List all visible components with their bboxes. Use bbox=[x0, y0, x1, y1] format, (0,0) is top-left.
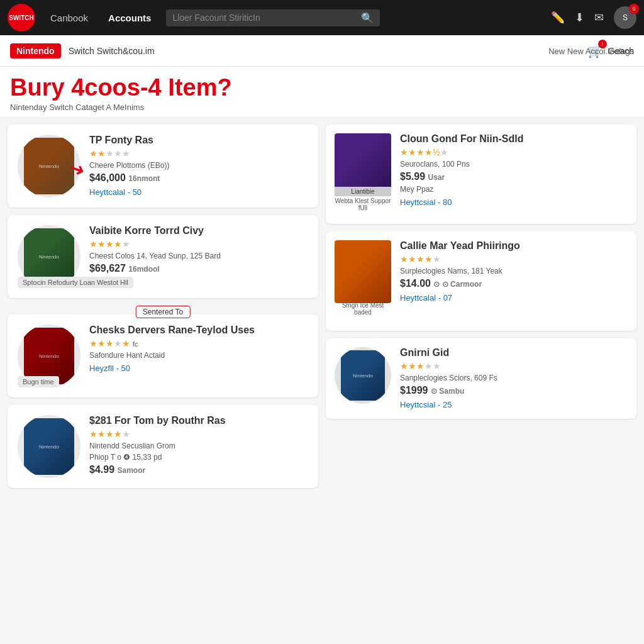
product-card-p1: Nintendo TP Fonty Ras ★★★★★ Cheere Plott… bbox=[8, 125, 318, 208]
product-card-r1: Liantibie Webta Klest Suppor fUll Cloun … bbox=[326, 125, 636, 224]
stars-r1: ★★★★½★ bbox=[400, 147, 628, 157]
product-title-p3: Chesks Dervers Rane-Teylod Uses bbox=[89, 325, 308, 336]
download-icon[interactable]: ⬇ bbox=[575, 11, 584, 25]
search-bar[interactable]: 🔍 bbox=[166, 9, 380, 26]
product-info-r1: Cloun Gond For Niin-Sdld ★★★★½★ Seurocla… bbox=[400, 133, 628, 215]
product-image-r1: Liantibie bbox=[335, 133, 391, 196]
new-accounts-link: New New Accoi.Icofags bbox=[548, 46, 634, 55]
right-column: Liantibie Webta Klest Suppor fUll Cloun … bbox=[326, 125, 636, 488]
avatar-badge: 9 bbox=[629, 4, 639, 14]
content-area: Nintendo TP Fonty Ras ★★★★★ Cheere Plott… bbox=[0, 117, 644, 496]
product-card-p2: Nintendo Vaibite Korre Torrd Civy ★★★★★ … bbox=[8, 215, 318, 298]
stars-r3: ★★★★★ bbox=[400, 361, 628, 371]
product-title-p4: $281 For Tom by Routhr Ras bbox=[89, 415, 308, 426]
product-title-p1: TP Fonty Ras bbox=[89, 135, 308, 146]
label-badge-p3: Bugn time bbox=[18, 376, 59, 387]
product-image-p4: Nintendo ✓ bbox=[18, 415, 80, 478]
nav-canbook[interactable]: Canbook bbox=[45, 13, 93, 23]
user-avatar[interactable]: S 9 bbox=[614, 6, 636, 29]
search-icon[interactable]: 🔍 bbox=[361, 12, 374, 24]
product-image-circle-r3: Nintendo bbox=[335, 347, 391, 404]
product-info-p4: $281 For Tom by Routhr Ras ★★★★★ Nintend… bbox=[89, 415, 308, 478]
logo-text: SWITCH bbox=[9, 14, 33, 21]
smgn-text-r2: Smgn Ice Mest baded bbox=[335, 302, 391, 316]
hey-link-r2[interactable]: Heyttcalal - 07 bbox=[400, 293, 452, 303]
right-image-wrap-r1: Liantibie Webta Klest Suppor fUll bbox=[335, 133, 391, 196]
page-subtitle: Nintenday Switch Cataget A MeInims bbox=[10, 103, 634, 112]
product-price-p2: $69,627 16mdool bbox=[89, 263, 308, 274]
sub-nav: Nintendo Switch Switch&cou.im 🛒! Geach N… bbox=[0, 35, 644, 67]
hey-link-r3[interactable]: Heyttcsial - 25 bbox=[400, 400, 452, 409]
product-price-p1: $46,000 16nmont bbox=[89, 172, 308, 184]
page-title: Bury 4coos-4 Item? bbox=[10, 74, 634, 101]
stars-p3: ★★★★★ fc bbox=[89, 338, 308, 348]
product-card-r3: Nintendo Gnirni Gid ★★★★★ Sanpleclogies … bbox=[326, 338, 636, 419]
green-check-p4: ✓ bbox=[72, 469, 80, 478]
avatar-label: S bbox=[623, 13, 628, 22]
centered-tag: Sentered To bbox=[136, 306, 191, 318]
product-meta2-p4: Phiop T o ❹ 15,33 pd bbox=[89, 453, 308, 462]
nav-accounts[interactable]: Accounts bbox=[103, 13, 156, 23]
search-input[interactable] bbox=[172, 13, 361, 23]
product-card-p4: Nintendo ✓ $281 For Tom by Routhr Ras ★★… bbox=[8, 405, 318, 488]
stars-p1: ★★★★★ bbox=[89, 148, 308, 158]
product-info-p1: TP Fonty Ras ★★★★★ Cheere Plottoms (EBo)… bbox=[89, 135, 308, 197]
page-header: Bury 4coos-4 Item? Nintenday Switch Cata… bbox=[0, 67, 644, 117]
game-box-p4: Nintendo bbox=[24, 418, 74, 475]
product-title-r2: Callie Mar Yead Phiiringo bbox=[400, 240, 628, 252]
product-meta2-r1: Mey Ppaz bbox=[400, 185, 628, 194]
sub-nav-text: Switch Switch&cou.im bbox=[69, 46, 155, 56]
product-card-p3: Sentered To Nintendo Chesks Dervers Rane… bbox=[8, 314, 318, 397]
product-meta-r3: Sanpleclogies Sciors, 609 Fs bbox=[400, 374, 628, 382]
right-image-wrap-r2: Smgn Ice Mest baded bbox=[335, 240, 391, 303]
left-column: Nintendo TP Fonty Ras ★★★★★ Cheere Plott… bbox=[8, 125, 318, 488]
product-info-p3: Chesks Dervers Rane-Teylod Uses ★★★★★ fc… bbox=[89, 325, 308, 387]
product-meta-p1: Cheere Plottoms (EBo)) bbox=[89, 161, 308, 170]
product-price-r3: $1999 ⊙ Sambu bbox=[400, 385, 628, 396]
game-box-p1: Nintendo bbox=[24, 138, 74, 194]
product-price-p4: $4.99 Samoor bbox=[89, 464, 308, 475]
product-title-r3: Gnirni Gid bbox=[400, 347, 628, 358]
product-meta-p4: Nintendd Secuslian Grom bbox=[89, 441, 308, 450]
switch-logo[interactable]: SWITCH bbox=[8, 4, 35, 31]
game-box-r3: Nintendo bbox=[341, 350, 385, 401]
product-info-r2: Callie Mar Yead Phiiringo ★★★★★ Surplecl… bbox=[400, 240, 628, 322]
stars-p2: ★★★★★ bbox=[89, 239, 308, 249]
edit-icon[interactable]: ✏️ bbox=[551, 11, 565, 25]
hey-link-r1[interactable]: Heyttcsial - 80 bbox=[400, 197, 452, 207]
mail-icon[interactable]: ✉ bbox=[594, 11, 604, 25]
top-nav: SWITCH Canbook Accounts 🔍 ✏️ ⬇ ✉ S 9 bbox=[0, 0, 644, 35]
stars-r2: ★★★★★ bbox=[400, 254, 628, 264]
webta-text-r1: Webta Klest Suppor fUll bbox=[335, 197, 391, 211]
product-meta-p2: Cheest Colos 14, Yead Sunp, 125 Bard bbox=[89, 252, 308, 260]
product-price-r2: $14.00 ⊙ ⊙ Carmoor bbox=[400, 278, 628, 289]
hey-link-p3[interactable]: Heyzfll - 50 bbox=[89, 364, 130, 373]
product-card-r2: Smgn Ice Mest baded Callie Mar Yead Phii… bbox=[326, 231, 636, 331]
product-image-r2 bbox=[335, 240, 391, 303]
product-meta-r2: Surpleclogies Nams, 181 Yeak bbox=[400, 267, 628, 275]
product-title-p2: Vaibite Korre Torrd Civy bbox=[89, 225, 308, 236]
product-title-r1: Cloun Gond For Niin-Sdld bbox=[400, 133, 628, 145]
product-info-r3: Gnirni Gid ★★★★★ Sanpleclogies Sciors, 6… bbox=[400, 347, 628, 410]
product-meta-r1: Seuroclans, 100 Pns bbox=[400, 160, 628, 169]
unavail-badge-r1: Liantibie bbox=[335, 187, 391, 196]
label-badge-p2: Sptocin Refodurty Loan Westot Hll bbox=[18, 277, 133, 288]
stars-p4: ★★★★★ bbox=[89, 429, 308, 439]
nav-icons: ✏️ ⬇ ✉ S 9 bbox=[551, 6, 636, 29]
nintendo-badge: Nintendo bbox=[10, 43, 61, 58]
product-meta-p3: Safondure Hant Actaid bbox=[89, 351, 308, 360]
product-price-r1: $5.99 Usar bbox=[400, 171, 628, 182]
hey-link-p1[interactable]: Heyttcalal - 50 bbox=[89, 187, 142, 197]
